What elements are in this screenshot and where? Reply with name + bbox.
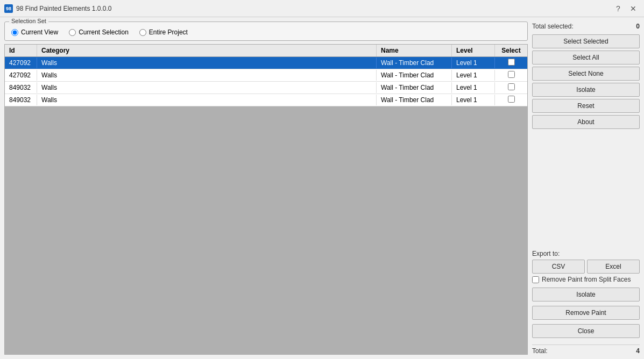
right-panel: Total selected: 0 Select Selected Select… (532, 21, 640, 355)
spacer (532, 131, 640, 250)
title-bar-title: 98 Find Painted Elements 1.0.0.0 (16, 5, 612, 12)
bottom-section: Remove Paint from Split Faces Isolate Re… (532, 276, 640, 355)
main-content: Selection Set Current View Current Selec… (0, 17, 644, 359)
total-selected-row: Total selected: 0 (532, 21, 640, 31)
table-container: Id Category Name Level Select 427092 Wal… (4, 44, 528, 355)
table-row[interactable]: 849032 Walls Wall - Timber Clad Level 1 (5, 82, 527, 94)
row-checkbox[interactable] (508, 96, 515, 103)
export-section: Export to: CSV Excel (532, 250, 640, 274)
remove-paint-checkbox[interactable] (532, 276, 539, 283)
cell-category: Walls (37, 70, 377, 81)
cell-category: Walls (37, 58, 377, 68)
title-bar-controls: ? ✕ (612, 3, 640, 15)
app-icon-text: 98 (6, 6, 11, 11)
cell-select[interactable] (495, 69, 527, 81)
isolate-button-top[interactable]: Isolate (532, 83, 640, 97)
select-all-button[interactable]: Select All (532, 51, 640, 64)
table-header: Id Category Name Level Select (5, 45, 527, 57)
table-body: 427092 Walls Wall - Timber Clad Level 1 … (5, 57, 527, 354)
table-row[interactable]: 427092 Walls Wall - Timber Clad Level 1 (5, 57, 527, 69)
row-checkbox[interactable] (508, 83, 515, 90)
cell-level: Level 1 (452, 95, 495, 105)
selection-set-label: Selection Set (9, 18, 48, 24)
left-panel: Selection Set Current View Current Selec… (4, 21, 528, 355)
cell-id: 427092 (5, 58, 37, 68)
select-none-button[interactable]: Select None (532, 67, 640, 81)
cell-level: Level 1 (452, 70, 495, 81)
app-icon: 98 (4, 4, 13, 13)
table-row[interactable]: 849032 Walls Wall - Timber Clad Level 1 (5, 94, 527, 106)
export-buttons: CSV Excel (532, 260, 640, 274)
cell-name: Wall - Timber Clad (377, 95, 452, 105)
title-bar: 98 98 Find Painted Elements 1.0.0.0 ? ✕ (0, 0, 644, 17)
cell-select[interactable] (495, 57, 527, 69)
export-label: Export to: (532, 250, 640, 257)
radio-entire-project-input[interactable] (139, 29, 146, 36)
row-checkbox[interactable] (508, 59, 515, 66)
radio-current-selection-label: Current Selection (79, 28, 129, 36)
col-header-select: Select (495, 45, 527, 56)
select-selected-button[interactable]: Select Selected (532, 34, 640, 48)
table-row[interactable]: 427092 Walls Wall - Timber Clad Level 1 (5, 69, 527, 82)
total-selected-value: 0 (636, 23, 640, 30)
selection-set-group: Selection Set Current View Current Selec… (4, 21, 528, 41)
total-footer: Total: 4 (532, 344, 640, 355)
reset-button[interactable]: Reset (532, 99, 640, 113)
radio-entire-project-label: Entire Project (149, 28, 188, 36)
row-checkbox[interactable] (508, 71, 515, 78)
col-header-id: Id (5, 45, 37, 56)
csv-button[interactable]: CSV (532, 260, 585, 274)
cell-name: Wall - Timber Clad (377, 70, 452, 81)
remove-paint-button[interactable]: Remove Paint (532, 306, 640, 320)
total-footer-value: 4 (636, 347, 640, 355)
col-header-category: Category (37, 45, 377, 56)
isolate-button-bottom[interactable]: Isolate (532, 288, 640, 301)
help-button[interactable]: ? (612, 3, 625, 15)
excel-button[interactable]: Excel (587, 260, 640, 274)
radio-current-view-input[interactable] (11, 29, 18, 36)
cell-category: Walls (37, 95, 377, 105)
cell-id: 849032 (5, 95, 37, 105)
close-button-bottom[interactable]: Close (532, 324, 640, 338)
total-selected-label: Total selected: (532, 23, 574, 30)
cell-id: 427092 (5, 70, 37, 81)
radio-group: Current View Current Selection Entire Pr… (11, 26, 521, 36)
radio-current-selection[interactable]: Current Selection (69, 28, 129, 36)
radio-current-view[interactable]: Current View (11, 28, 58, 36)
about-button[interactable]: About (532, 115, 640, 129)
remove-paint-checkbox-label: Remove Paint from Split Faces (542, 276, 631, 283)
close-button[interactable]: ✕ (627, 3, 640, 15)
radio-current-selection-input[interactable] (69, 29, 76, 36)
cell-category: Walls (37, 82, 377, 93)
cell-id: 849032 (5, 82, 37, 93)
cell-select[interactable] (495, 94, 527, 106)
cell-name: Wall - Timber Clad (377, 82, 452, 93)
cell-level: Level 1 (452, 58, 495, 68)
cell-level: Level 1 (452, 82, 495, 93)
radio-current-view-label: Current View (21, 28, 58, 36)
cell-name: Wall - Timber Clad (377, 58, 452, 68)
col-header-level: Level (452, 45, 495, 56)
cell-select[interactable] (495, 82, 527, 94)
radio-entire-project[interactable]: Entire Project (139, 28, 188, 36)
col-header-name: Name (377, 45, 452, 56)
total-footer-label: Total: (532, 347, 548, 355)
remove-paint-checkbox-row: Remove Paint from Split Faces (532, 276, 640, 283)
